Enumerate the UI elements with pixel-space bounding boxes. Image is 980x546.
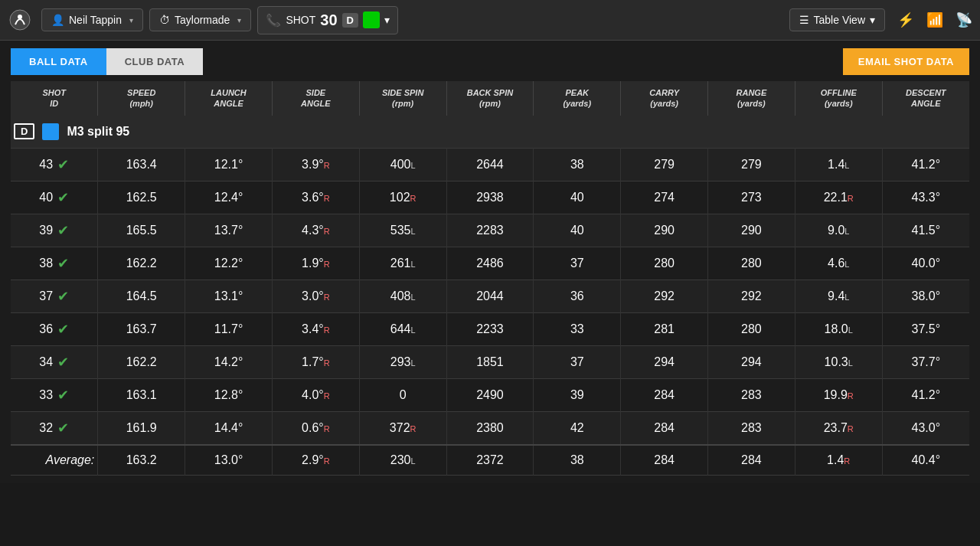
table-view-button[interactable]: ☰ Table View ▾ xyxy=(789,8,885,31)
app-logo xyxy=(8,8,32,32)
cell-shot-id: 36 ✔ xyxy=(11,312,98,345)
table-row: 40 ✔ 162.5 12.4° 3.6°R 102R 2938 40 274 … xyxy=(11,181,969,214)
cell-range: 279 xyxy=(708,148,795,181)
bluetooth-icon: ⚡ xyxy=(897,11,914,28)
cell-side-spin: 408L xyxy=(359,280,446,312)
table-row: 34 ✔ 162.2 14.2° 1.7°R 293L 1851 37 294 … xyxy=(11,345,969,378)
cell-side-spin: 535L xyxy=(359,214,446,247)
club-dropdown[interactable]: ⏱ Taylormade ▾ xyxy=(149,8,251,31)
cell-range: 292 xyxy=(708,280,795,312)
cell-back-spin: 2938 xyxy=(446,181,534,214)
check-icon: ✔ xyxy=(57,255,69,272)
avg-side-spin: 230L xyxy=(359,445,446,476)
cell-range: 283 xyxy=(708,378,795,411)
cell-peak: 39 xyxy=(534,378,621,411)
club-chevron-icon: ▾ xyxy=(237,16,241,25)
cell-offline: 22.1R xyxy=(795,181,882,214)
user-dropdown[interactable]: 👤 Neil Tappin ▾ xyxy=(41,8,143,31)
check-icon: ✔ xyxy=(57,189,69,206)
check-icon: ✔ xyxy=(57,156,69,173)
avg-carry: 284 xyxy=(621,445,708,476)
check-icon: ✔ xyxy=(57,222,69,239)
cell-offline: 23.7R xyxy=(795,411,882,445)
cell-speed: 162.2 xyxy=(98,345,185,378)
cell-offline: 9.4L xyxy=(795,280,882,312)
check-icon: ✔ xyxy=(57,354,69,371)
user-icon: 👤 xyxy=(51,14,64,26)
cell-peak: 40 xyxy=(534,214,621,247)
cell-speed: 164.5 xyxy=(98,280,185,312)
cell-back-spin: 2644 xyxy=(446,148,534,181)
cell-launch: 12.1° xyxy=(185,148,273,181)
col-shot-id: SHOTID xyxy=(11,81,98,116)
table-view-label: Table View xyxy=(814,14,865,26)
avg-side-angle: 2.9°R xyxy=(272,445,359,476)
email-shot-data-button[interactable]: EMAIL SHOT DATA xyxy=(843,48,969,75)
cell-speed: 163.1 xyxy=(98,378,185,411)
cell-back-spin: 2380 xyxy=(446,411,534,445)
cell-carry: 292 xyxy=(621,280,708,312)
cell-shot-id: 39 ✔ xyxy=(11,214,98,247)
col-descent: DESCENTANGLE xyxy=(882,81,969,116)
cell-shot-id: 32 ✔ xyxy=(11,411,98,445)
cell-range: 294 xyxy=(708,345,795,378)
cell-side-spin: 0 xyxy=(359,378,446,411)
group-name: M3 split 95 xyxy=(67,125,129,139)
col-speed: SPEED(mph) xyxy=(98,81,185,116)
cell-peak: 33 xyxy=(534,312,621,345)
cell-launch: 14.4° xyxy=(185,411,273,445)
table-view-chevron-icon: ▾ xyxy=(870,14,875,26)
avg-launch: 13.0° xyxy=(185,445,273,476)
col-side-angle: SIDEANGLE xyxy=(272,81,359,116)
user-name: Neil Tappin xyxy=(69,14,122,26)
cell-offline: 4.6L xyxy=(795,247,882,280)
club-icon: ⏱ xyxy=(159,14,170,26)
cell-offline: 18.0L xyxy=(795,312,882,345)
check-icon: ✔ xyxy=(57,321,69,338)
cell-side-angle: 3.9°R xyxy=(272,148,359,181)
cell-descent: 37.7° xyxy=(882,345,969,378)
shot-status-indicator xyxy=(363,11,380,28)
cell-shot-id: 37 ✔ xyxy=(11,280,98,312)
avg-back-spin: 2372 xyxy=(446,445,534,476)
group-header: D M3 split 95 xyxy=(11,116,969,149)
top-navigation: 👤 Neil Tappin ▾ ⏱ Taylormade ▾ 📞 SHOT 30… xyxy=(0,0,980,41)
cell-side-spin: 372R xyxy=(359,411,446,445)
col-launch-angle: LAUNCHANGLE xyxy=(185,81,273,116)
cell-shot-id: 34 ✔ xyxy=(11,345,98,378)
cell-range: 280 xyxy=(708,247,795,280)
cell-descent: 41.5° xyxy=(882,214,969,247)
check-icon: ✔ xyxy=(57,387,69,404)
cell-shot-id: 40 ✔ xyxy=(11,181,98,214)
cell-descent: 40.0° xyxy=(882,247,969,280)
col-range: RANGE(yards) xyxy=(708,81,795,116)
avg-peak: 38 xyxy=(534,445,621,476)
cell-speed: 163.7 xyxy=(98,312,185,345)
cell-back-spin: 2044 xyxy=(446,280,534,312)
cell-speed: 163.4 xyxy=(98,148,185,181)
svg-point-1 xyxy=(18,15,22,19)
col-carry: CARRY(yards) xyxy=(621,81,708,116)
tab-ball-data[interactable]: BALL DATA xyxy=(11,48,106,75)
col-back-spin: BACK SPIN(rpm) xyxy=(446,81,534,116)
cell-side-angle: 4.0°R xyxy=(272,378,359,411)
cell-carry: 284 xyxy=(621,378,708,411)
cell-descent: 43.0° xyxy=(882,411,969,445)
cell-launch: 12.2° xyxy=(185,247,273,280)
cell-range: 280 xyxy=(708,312,795,345)
cell-range: 283 xyxy=(708,411,795,445)
cell-carry: 279 xyxy=(621,148,708,181)
group-color-indicator xyxy=(42,123,59,140)
col-offline: OFFLINE(yards) xyxy=(795,81,882,116)
shot-chevron-icon: ▾ xyxy=(384,14,390,26)
tabs-row: BALL DATA CLUB DATA EMAIL SHOT DATA xyxy=(11,48,969,75)
cell-carry: 294 xyxy=(621,345,708,378)
cell-launch: 13.7° xyxy=(185,214,273,247)
cell-peak: 40 xyxy=(534,181,621,214)
shot-selector[interactable]: 📞 SHOT 30 D ▾ xyxy=(257,6,398,34)
cell-side-spin: 261L xyxy=(359,247,446,280)
cell-range: 290 xyxy=(708,214,795,247)
cell-back-spin: 2486 xyxy=(446,247,534,280)
table-row: 33 ✔ 163.1 12.8° 4.0°R 0 2490 39 284 283… xyxy=(11,378,969,411)
tab-club-data[interactable]: CLUB DATA xyxy=(106,48,203,75)
